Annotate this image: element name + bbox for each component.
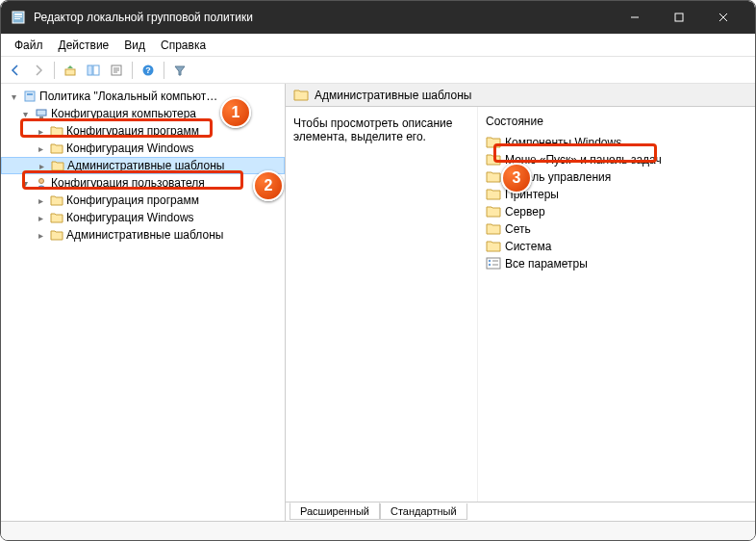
properties-button[interactable]	[106, 60, 127, 81]
chevron-right-icon[interactable]: ▸	[34, 230, 47, 241]
svg-rect-3	[14, 18, 20, 19]
tree-root[interactable]: ▾ Политика "Локальный компьют…	[1, 88, 285, 105]
list-item-network[interactable]: Сеть	[478, 220, 755, 238]
tree-label: Конфигурация пользователя	[51, 176, 205, 190]
chevron-right-icon[interactable]: ▸	[34, 213, 47, 223]
tree-label: Административные шаблоны	[67, 159, 224, 172]
toolbar: ?	[1, 57, 755, 84]
tree-item[interactable]: ▸ Конфигурация программ	[1, 122, 285, 140]
chevron-right-icon[interactable]: ▸	[34, 126, 47, 137]
folder-icon	[49, 123, 64, 139]
content-pane: Административные шаблоны Чтобы просмотре…	[286, 84, 755, 521]
svg-rect-19	[37, 110, 46, 116]
list-item-windows-components[interactable]: Компоненты Windows	[478, 134, 755, 151]
menu-help[interactable]: Справка	[153, 37, 214, 54]
chevron-down-icon[interactable]: ▾	[7, 91, 20, 102]
list-item-system[interactable]: Система	[478, 238, 755, 255]
chevron-right-icon[interactable]: ▸	[34, 143, 47, 154]
list-column: Состояние Компоненты Windows Меню «Пуск»…	[478, 107, 755, 502]
app-icon	[11, 10, 26, 25]
content-body: Чтобы просмотреть описание элемента, выд…	[286, 107, 755, 502]
svg-rect-18	[27, 93, 33, 95]
menu-file[interactable]: Файл	[7, 37, 51, 54]
tab-standard[interactable]: Стандартный	[380, 503, 467, 520]
tree-label: Политика "Локальный компьют…	[39, 90, 217, 103]
svg-rect-9	[88, 65, 92, 75]
chevron-down-icon[interactable]: ▾	[18, 109, 32, 119]
tree-item[interactable]: ▸ Конфигурация Windows	[1, 140, 285, 157]
tree-label: Конфигурация программ	[66, 193, 199, 207]
list-item-control-panel[interactable]: Панель управления	[478, 168, 755, 186]
folder-icon	[486, 240, 501, 253]
menu-bar: Файл Действие Вид Справка	[1, 34, 755, 57]
up-button[interactable]	[60, 60, 81, 81]
folder-icon	[486, 205, 501, 219]
svg-point-21	[39, 179, 44, 184]
item-label: Панель управления	[505, 170, 611, 184]
list-item-start-menu[interactable]: Меню «Пуск» и панель задач	[478, 151, 755, 168]
menu-action[interactable]: Действие	[51, 37, 117, 54]
folder-icon	[486, 222, 501, 236]
settings-list-icon	[486, 257, 501, 270]
list-item-printers[interactable]: Принтеры	[478, 186, 755, 203]
tree-computer-config[interactable]: ▾ Конфигурация компьютера	[1, 105, 285, 122]
computer-icon	[34, 106, 49, 121]
tree-pane[interactable]: ▾ Политика "Локальный компьют… ▾ Конфигу…	[1, 84, 286, 521]
description-text: Чтобы просмотреть описание элемента, выд…	[293, 116, 452, 143]
content-title: Административные шаблоны	[315, 89, 471, 102]
tree-item[interactable]: ▸ Конфигурация программ	[1, 192, 285, 209]
tree-label: Конфигурация Windows	[66, 211, 194, 224]
status-bar	[1, 521, 755, 541]
folder-icon	[486, 170, 501, 184]
tree-label: Конфигурация Windows	[66, 142, 194, 155]
folder-icon	[293, 89, 309, 102]
list-item-server[interactable]: Сервер	[478, 203, 755, 220]
tree-user-config[interactable]: ▾ Конфигурация пользователя	[1, 174, 285, 192]
show-hide-tree-button[interactable]	[83, 60, 104, 81]
column-header-state[interactable]: Состояние	[478, 111, 755, 134]
svg-rect-17	[25, 91, 35, 101]
title-bar: Редактор локальной групповой политики	[1, 1, 755, 34]
tree-item[interactable]: ▸ Административные шаблоны	[1, 226, 285, 244]
minimize-button[interactable]	[613, 1, 657, 34]
maximize-button[interactable]	[657, 1, 701, 34]
back-button[interactable]	[5, 60, 26, 81]
item-label: Компоненты Windows	[505, 136, 621, 149]
tree-admin-templates[interactable]: ▸ Административные шаблоны	[1, 157, 285, 174]
help-button[interactable]: ?	[138, 60, 159, 81]
folder-icon	[50, 158, 65, 173]
list-item-all-settings[interactable]: Все параметры	[478, 255, 755, 272]
svg-point-25	[489, 264, 491, 266]
tree-label: Конфигурация компьютера	[51, 107, 196, 120]
folder-icon	[49, 210, 64, 225]
svg-text:?: ?	[145, 65, 151, 75]
window-controls	[613, 1, 745, 34]
svg-point-23	[489, 260, 491, 262]
filter-button[interactable]	[169, 60, 190, 81]
tab-extended[interactable]: Расширенный	[290, 502, 380, 520]
close-button[interactable]	[701, 1, 745, 34]
user-icon	[34, 175, 49, 191]
item-label: Меню «Пуск» и панель задач	[505, 153, 662, 167]
tree-label: Административные шаблоны	[66, 228, 223, 242]
forward-button[interactable]	[28, 60, 49, 81]
svg-rect-10	[93, 65, 99, 75]
svg-rect-1	[14, 13, 22, 15]
item-label: Сеть	[505, 222, 531, 236]
folder-icon	[486, 188, 501, 201]
tree-item[interactable]: ▸ Конфигурация Windows	[1, 209, 285, 226]
chevron-down-icon[interactable]: ▾	[18, 178, 32, 189]
toolbar-separator	[132, 62, 133, 79]
toolbar-separator	[54, 62, 55, 79]
toolbar-separator	[164, 62, 164, 79]
view-tabs: Расширенный Стандартный	[286, 502, 755, 521]
chevron-right-icon[interactable]: ▸	[34, 195, 47, 206]
folder-icon	[486, 136, 501, 149]
svg-rect-2	[14, 16, 22, 17]
menu-view[interactable]: Вид	[116, 37, 153, 54]
item-label: Сервер	[505, 205, 545, 219]
chevron-right-icon[interactable]: ▸	[35, 161, 48, 171]
content-header: Административные шаблоны	[286, 84, 755, 107]
tree-label: Конфигурация программ	[66, 124, 199, 138]
window-title: Редактор локальной групповой политики	[34, 11, 613, 24]
